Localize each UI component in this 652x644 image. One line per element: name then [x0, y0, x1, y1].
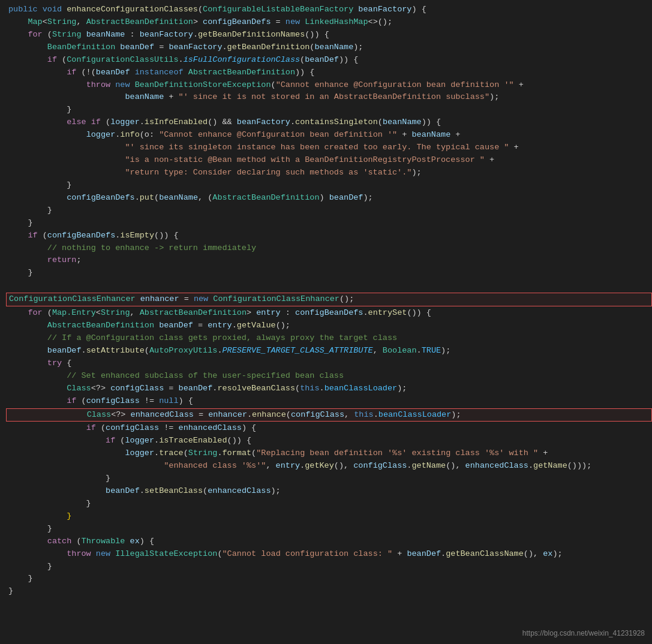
code-line: public void enhanceConfigurationClasses(…	[6, 4, 652, 16]
code-line: catch (Throwable ex) {	[6, 535, 652, 548]
code-line: }	[6, 498, 652, 510]
code-line	[6, 279, 652, 292]
highlighted-line-2: Class<?> enhancedClass = enhancer.enhanc…	[6, 408, 652, 422]
code-line: }	[6, 573, 652, 585]
code-line: throw new IllegalStateException("Cannot …	[6, 548, 652, 561]
code-line: }	[6, 179, 652, 192]
code-line: beanDef.setBeanClass(enhancedClass);	[6, 485, 652, 498]
highlighted-line-1: ConfigurationClassEnhancer enhancer = ne…	[6, 293, 652, 306]
code-line: for (Map.Entry<String, AbstractBeanDefin…	[6, 307, 652, 320]
watermark: https://blog.csdn.net/weixin_41231928	[522, 628, 645, 639]
code-line: "is a non-static @Bean method with a Bea…	[6, 154, 652, 167]
code-line: configBeanDefs.put(beanName, (AbstractBe…	[6, 192, 652, 204]
code-line: "return type: Consider declaring such me…	[6, 167, 652, 179]
code-line: }	[6, 510, 652, 523]
code-block: public void enhanceConfigurationClasses(…	[0, 0, 652, 644]
code-line: for (String beanName : beanFactory.getBe…	[6, 29, 652, 41]
code-line: }	[6, 561, 652, 573]
code-line: // nothing to enhance -> return immediat…	[6, 242, 652, 255]
code-line: else if (logger.isInfoEnabled() && beanF…	[6, 116, 652, 129]
code-line: if (configClass != null) {	[6, 395, 652, 408]
code-line: throw new BeanDefinitionStoreException("…	[6, 79, 652, 92]
code-line: // If a @Configuration class gets proxie…	[6, 332, 652, 345]
code-line: if (!(beanDef instanceof AbstractBeanDef…	[6, 67, 652, 79]
code-line: logger.info(o: "Cannot enhance @Configur…	[6, 129, 652, 142]
code-line: Map<String, AbstractBeanDefinition> conf…	[6, 16, 652, 29]
code-line: }	[6, 217, 652, 230]
code-line: "enhanced class '%s'", entry.getKey(), c…	[6, 460, 652, 473]
code-line: }	[6, 204, 652, 217]
code-line: }	[6, 523, 652, 535]
code-line: if (configBeanDefs.isEmpty()) {	[6, 230, 652, 242]
code-line: if (configClass != enhancedClass) {	[6, 422, 652, 435]
code-line: Class<?> configClass = beanDef.resolveBe…	[6, 383, 652, 395]
code-line: }	[6, 473, 652, 485]
code-line: logger.trace(String.format("Replacing be…	[6, 447, 652, 460]
code-line: return;	[6, 254, 652, 267]
code-line: // Set enhanced subclass of the user-spe…	[6, 370, 652, 383]
code-line: }	[6, 267, 652, 279]
code-line: try {	[6, 357, 652, 370]
code-line: beanDef.setAttribute(AutoProxyUtils.PRES…	[6, 345, 652, 357]
code-line: "' since its singleton instance has been…	[6, 142, 652, 154]
code-line: beanName + "' since it is not stored in …	[6, 91, 652, 104]
code-line: }	[6, 585, 652, 598]
code-line: BeanDefinition beanDef = beanFactory.get…	[6, 41, 652, 54]
code-line: AbstractBeanDefinition beanDef = entry.g…	[6, 320, 652, 332]
code-line: if (logger.isTraceEnabled()) {	[6, 435, 652, 447]
code-line: }	[6, 104, 652, 116]
code-line: if (ConfigurationClassUtils.isFullConfig…	[6, 54, 652, 67]
